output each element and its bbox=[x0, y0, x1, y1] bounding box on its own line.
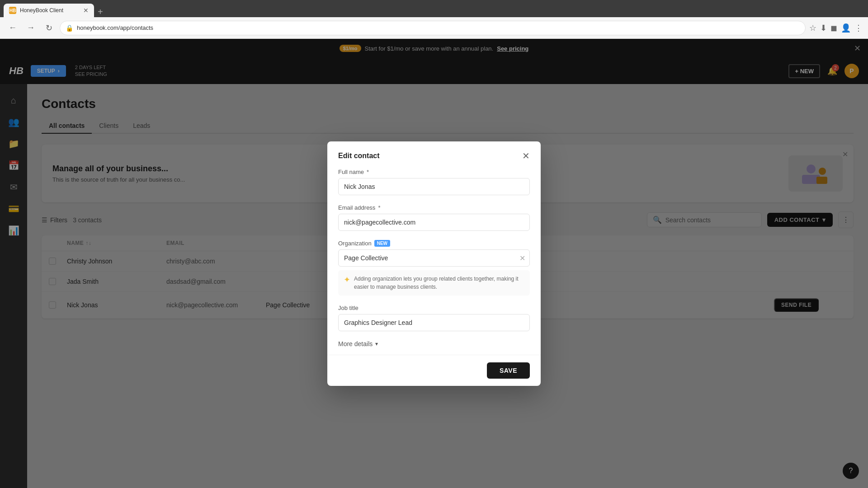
browser-tab-active[interactable]: HB HoneyBook Client ✕ bbox=[4, 4, 94, 17]
download-icon[interactable]: ⬇ bbox=[820, 23, 827, 33]
modal-overlay: Edit contact ✕ Full name * bbox=[0, 39, 868, 488]
full-name-label: Full name * bbox=[338, 169, 530, 175]
org-label: Organization NEW bbox=[338, 240, 530, 247]
forward-button[interactable]: → bbox=[24, 21, 38, 35]
tab-bar: HB HoneyBook Client ✕ + bbox=[0, 0, 868, 17]
required-indicator: * bbox=[378, 204, 380, 211]
address-bar[interactable]: 🔒 honeybook.com/app/contacts bbox=[60, 21, 806, 35]
refresh-button[interactable]: ↻ bbox=[42, 21, 56, 35]
email-input[interactable] bbox=[338, 214, 530, 231]
org-clear-button[interactable]: ✕ bbox=[519, 253, 525, 262]
org-hint-text: Adding organization lets you group relat… bbox=[354, 275, 524, 291]
browser-toolbar: ☆ ⬇ ◼ 👤 ⋮ bbox=[809, 23, 863, 33]
org-input[interactable] bbox=[338, 249, 530, 267]
chevron-down-icon: ▾ bbox=[375, 341, 378, 347]
edit-contact-modal: Edit contact ✕ Full name * bbox=[327, 141, 541, 386]
star-icon[interactable]: ☆ bbox=[809, 23, 816, 33]
menu-icon[interactable]: ⋮ bbox=[854, 23, 863, 33]
modal-title: Edit contact bbox=[338, 152, 380, 160]
modal-footer: SAVE bbox=[327, 355, 541, 386]
tab-title: HoneyBook Client bbox=[20, 7, 80, 14]
email-group: Email address * bbox=[338, 204, 530, 231]
tab-close-icon[interactable]: ✕ bbox=[83, 7, 89, 14]
org-input-wrapper: ✕ bbox=[338, 249, 530, 267]
more-details-toggle[interactable]: More details ▾ bbox=[338, 340, 530, 347]
more-details-label: More details bbox=[338, 340, 373, 347]
modal-body: Full name * Email address * bbox=[327, 169, 541, 355]
new-tab-button[interactable]: + bbox=[94, 7, 107, 17]
org-group: Organization NEW ✕ ✦ Adding organization… bbox=[338, 240, 530, 296]
job-title-group: Job title bbox=[338, 305, 530, 331]
address-text: honeybook.com/app/contacts bbox=[77, 24, 800, 31]
modal-close-button[interactable]: ✕ bbox=[522, 150, 530, 161]
job-title-input[interactable] bbox=[338, 314, 530, 331]
save-button[interactable]: SAVE bbox=[487, 362, 530, 379]
tab-favicon: HB bbox=[9, 7, 16, 14]
app-content: $1/mo Start for $1/mo or save more with … bbox=[0, 39, 868, 488]
job-title-label: Job title bbox=[338, 305, 530, 311]
back-button[interactable]: ← bbox=[5, 21, 20, 35]
org-hint: ✦ Adding organization lets you group rel… bbox=[338, 270, 530, 296]
profile-icon[interactable]: 👤 bbox=[841, 23, 851, 33]
sparkle-icon: ✦ bbox=[344, 275, 350, 291]
browser-window: HB HoneyBook Client ✕ + ← → ↻ 🔒 honeyboo… bbox=[0, 0, 868, 488]
full-name-input[interactable] bbox=[338, 178, 530, 195]
lock-icon: 🔒 bbox=[66, 24, 73, 32]
new-badge: NEW bbox=[374, 240, 390, 247]
extension-icon[interactable]: ◼ bbox=[830, 23, 837, 33]
full-name-group: Full name * bbox=[338, 169, 530, 195]
modal-header: Edit contact ✕ bbox=[327, 141, 541, 169]
navigation-bar: ← → ↻ 🔒 honeybook.com/app/contacts ☆ ⬇ ◼… bbox=[0, 17, 868, 39]
email-label: Email address * bbox=[338, 204, 530, 211]
required-indicator: * bbox=[367, 169, 369, 175]
